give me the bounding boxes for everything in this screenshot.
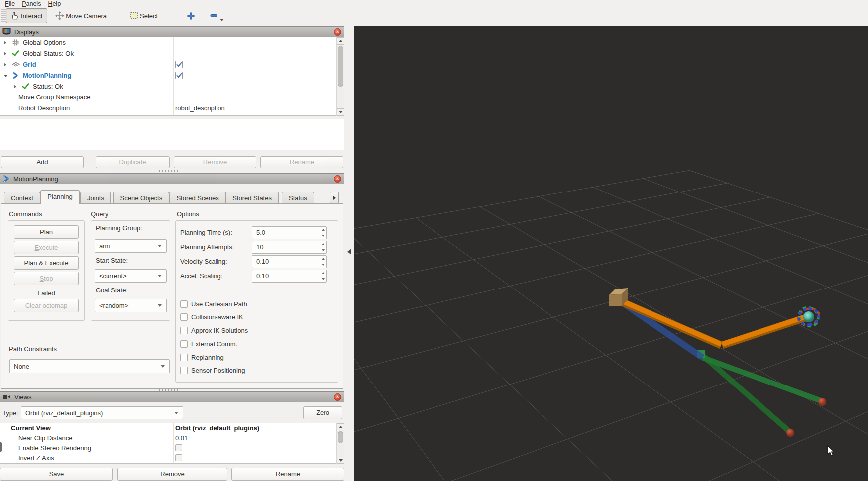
spinner-up-button[interactable] bbox=[319, 241, 326, 247]
save-view-button[interactable]: Save bbox=[0, 468, 113, 481]
tab-planning[interactable]: Planning bbox=[40, 190, 80, 204]
scroll-up-button[interactable] bbox=[337, 423, 344, 430]
spinner-down-button[interactable] bbox=[319, 233, 326, 239]
remove-tool-button[interactable] bbox=[210, 14, 218, 18]
tool-select[interactable]: Select bbox=[125, 8, 163, 23]
menu-help[interactable]: Help bbox=[48, 0, 61, 7]
plan-button[interactable]: Plan bbox=[14, 225, 79, 239]
external-comm-checkbox[interactable]: External Comm. bbox=[180, 339, 237, 348]
chevron-right-icon[interactable] bbox=[0, 441, 2, 453]
enabled-checkbox[interactable] bbox=[175, 72, 183, 79]
spinner-up-button[interactable] bbox=[319, 256, 326, 262]
chevron-down-icon[interactable] bbox=[4, 75, 8, 77]
panel-splitter-handle[interactable] bbox=[159, 170, 179, 172]
add-tool-button[interactable] bbox=[187, 12, 195, 20]
add-display-button[interactable]: Add bbox=[1, 156, 84, 168]
sensor-positioning-checkbox[interactable]: Sensor Positioning bbox=[180, 366, 245, 375]
displays-scrollbar[interactable] bbox=[336, 37, 344, 116]
checkbox[interactable] bbox=[180, 367, 188, 374]
spinner-down-button[interactable] bbox=[319, 247, 326, 253]
accel-scaling-spinbox[interactable]: 0.10 bbox=[252, 270, 327, 283]
tab-scroll-right-button[interactable] bbox=[330, 192, 339, 203]
tree-row-robot-description[interactable]: Robot Descriptionrobot_description bbox=[0, 103, 336, 114]
tree-row-global-options[interactable]: Global Options bbox=[0, 37, 336, 48]
checkbox[interactable] bbox=[180, 327, 188, 334]
scroll-down-button[interactable] bbox=[337, 108, 344, 116]
path-constraints-dropdown[interactable]: None bbox=[9, 359, 170, 373]
scroll-up-button[interactable] bbox=[337, 37, 344, 45]
tool-label: Interact bbox=[21, 12, 42, 20]
zero-button[interactable]: Zero bbox=[303, 406, 342, 419]
remove-view-button[interactable]: Remove bbox=[117, 468, 227, 481]
start-state-dropdown[interactable]: <current> bbox=[95, 269, 167, 283]
plan-execute-button[interactable]: Plan & Execute bbox=[14, 256, 79, 270]
approx-ik-solutions-checkbox[interactable]: Approx IK Solutions bbox=[180, 326, 248, 335]
collision-aware-ik-checkbox[interactable]: Collision-aware IK bbox=[180, 312, 243, 321]
chevron-right-icon[interactable] bbox=[4, 52, 6, 56]
views-row-near-clip-distance[interactable]: Near Clip Distance0.01 bbox=[0, 433, 336, 443]
chevron-right-icon[interactable] bbox=[4, 63, 6, 67]
velocity-scaling-spinbox[interactable]: 0.10 bbox=[252, 255, 327, 268]
tab-stored-states[interactable]: Stored States bbox=[225, 192, 279, 204]
checkbox-label: Replanning bbox=[191, 354, 224, 361]
tree-row-global-status-ok[interactable]: Global Status: Ok bbox=[0, 48, 336, 59]
3d-viewport[interactable] bbox=[354, 26, 868, 481]
views-close-button[interactable]: ✕ bbox=[334, 393, 341, 401]
end-effector-sphere[interactable] bbox=[803, 311, 814, 322]
toolbar-drag-handle[interactable] bbox=[1, 9, 6, 22]
views-row-enable-stereo-rendering[interactable]: Enable Stereo Rendering bbox=[0, 443, 336, 453]
tab-joints[interactable]: Joints bbox=[80, 192, 111, 204]
enabled-checkbox[interactable] bbox=[175, 61, 183, 68]
spinner-up-button[interactable] bbox=[319, 227, 326, 233]
tool-interact[interactable]: Interact bbox=[6, 8, 47, 23]
tree-row-planning-scene-topic[interactable]: Planning Scene Topicmonitored_planning_s… bbox=[0, 114, 336, 116]
use-cartesian-path-checkbox[interactable]: Use Cartesian Path bbox=[180, 299, 247, 308]
spinner-up-button[interactable] bbox=[319, 270, 326, 276]
view-type-dropdown[interactable]: Orbit (rviz_default_plugins) bbox=[21, 406, 183, 419]
chevron-right-icon[interactable] bbox=[14, 85, 16, 89]
tab-scene-objects[interactable]: Scene Objects bbox=[113, 192, 170, 204]
planning-group-dropdown[interactable]: arm bbox=[95, 239, 167, 253]
scroll-down-button[interactable] bbox=[337, 457, 344, 464]
robot-arm[interactable] bbox=[609, 288, 826, 437]
planning-time-s-spinbox[interactable]: 5.0 bbox=[252, 226, 327, 239]
checkbox[interactable] bbox=[180, 300, 188, 308]
tool-options-caret-icon[interactable] bbox=[220, 19, 224, 21]
chevron-down-icon[interactable] bbox=[0, 423, 4, 431]
rename-view-button[interactable]: Rename bbox=[231, 468, 344, 481]
checkbox[interactable] bbox=[180, 354, 188, 361]
motion-planning-close-button[interactable]: ✕ bbox=[334, 175, 341, 183]
scrollbar-thumb[interactable] bbox=[338, 431, 343, 443]
tab-status[interactable]: Status bbox=[282, 192, 314, 204]
checkbox[interactable] bbox=[175, 444, 182, 451]
views-panel-header[interactable]: Views ✕ bbox=[0, 391, 344, 402]
displays-close-button[interactable]: ✕ bbox=[334, 28, 341, 36]
views-scrollbar[interactable] bbox=[336, 423, 344, 464]
spinbox-value: 5.0 bbox=[256, 229, 265, 236]
replanning-checkbox[interactable]: Replanning bbox=[180, 353, 224, 362]
displays-panel-header[interactable]: Displays ✕ bbox=[0, 26, 344, 37]
tab-context[interactable]: Context bbox=[4, 192, 40, 204]
tree-row-motionplanning[interactable]: MotionPlanning bbox=[0, 70, 336, 81]
motion-planning-panel-header[interactable]: MotionPlanning ✕ bbox=[0, 173, 344, 184]
menu-file[interactable]: File bbox=[5, 0, 15, 7]
checkbox[interactable] bbox=[180, 340, 188, 348]
tree-row-grid[interactable]: Grid bbox=[0, 59, 336, 70]
planning-attempts-spinbox[interactable]: 10 bbox=[252, 241, 327, 254]
views-row-invert-z-axis[interactable]: Invert Z Axis bbox=[0, 453, 336, 463]
tab-stored-scenes[interactable]: Stored Scenes bbox=[169, 192, 225, 204]
checkbox[interactable] bbox=[175, 454, 182, 461]
tree-row-move-group-namespace[interactable]: Move Group Namespace bbox=[0, 92, 336, 103]
chevron-right-icon[interactable] bbox=[4, 41, 6, 45]
views-row-current-view[interactable]: Current ViewOrbit (rviz_default_plugins) bbox=[0, 423, 336, 433]
spinner-down-button[interactable] bbox=[319, 262, 326, 268]
scrollbar-thumb[interactable] bbox=[338, 46, 343, 87]
tool-move-camera[interactable]: Move Camera bbox=[50, 8, 111, 23]
tree-row-status-ok[interactable]: Status: Ok bbox=[0, 81, 336, 92]
menu-bar: FilePanelsHelp bbox=[0, 0, 868, 7]
menu-panels[interactable]: Panels bbox=[22, 0, 41, 7]
checkbox[interactable] bbox=[180, 313, 188, 321]
spinner-down-button[interactable] bbox=[319, 276, 326, 282]
goal-state-dropdown[interactable]: <random> bbox=[95, 299, 167, 312]
panel-splitter-collapse-icon[interactable] bbox=[347, 249, 351, 255]
